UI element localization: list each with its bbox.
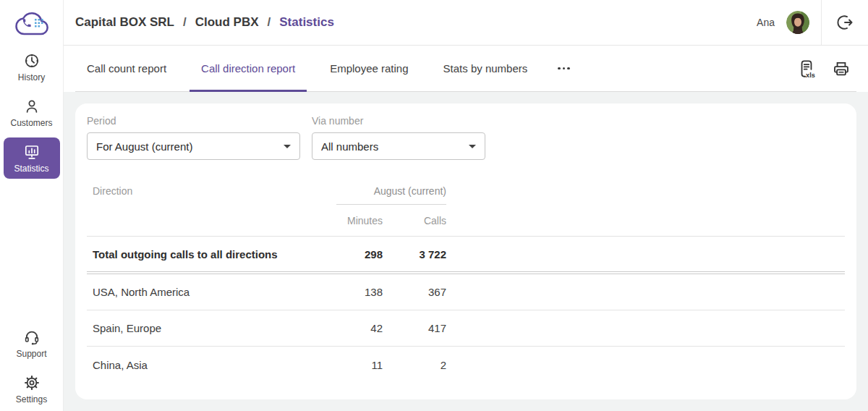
top-bar: Capital BOX SRL / Cloud PBX / Statistics… xyxy=(64,0,868,46)
sidebar-item-label: Settings xyxy=(16,394,47,404)
row-label: Total outgoing calls to all directions xyxy=(87,248,336,260)
call-direction-table: Direction August (current) Minutes Calls… xyxy=(87,177,845,383)
person-icon xyxy=(23,98,41,115)
table-row: USA, North America 138 367 xyxy=(87,274,845,310)
sidebar-item-label: History xyxy=(18,72,45,82)
svg-text:xls: xls xyxy=(806,72,815,79)
table-total-row: Total outgoing calls to all directions 2… xyxy=(87,237,845,274)
row-label: China, Asia xyxy=(87,359,336,371)
sidebar-item-support[interactable]: Support xyxy=(4,323,60,364)
tab-label: Call count report xyxy=(87,62,166,75)
sidebar-item-history[interactable]: History xyxy=(4,46,60,88)
report-card: Period For August (current) Via number A… xyxy=(75,103,856,399)
chevron-down-icon xyxy=(284,145,291,148)
logout-icon xyxy=(835,13,854,32)
gear-icon xyxy=(23,374,41,391)
sidebar-item-customers[interactable]: Customers xyxy=(4,92,60,133)
tab-bar-inner: Call count report Call direction report … xyxy=(75,46,856,92)
minutes-value: 298 xyxy=(336,248,383,260)
period-field: Period For August (current) xyxy=(87,115,300,160)
more-tabs-button[interactable] xyxy=(550,46,577,91)
breadcrumb-separator: / xyxy=(268,15,271,30)
row-label: Spain, Europe xyxy=(87,322,336,334)
chevron-down-icon xyxy=(469,145,476,148)
ellipsis-icon xyxy=(558,67,570,70)
cloud-phone-logo-icon xyxy=(13,6,51,38)
headset-icon xyxy=(23,329,41,346)
period-value: For August (current) xyxy=(96,140,278,153)
statistics-icon xyxy=(23,143,41,161)
xls-file-icon: xls xyxy=(797,59,816,79)
table-column-header-row: Minutes Calls xyxy=(87,205,845,237)
report-actions: xls xyxy=(791,46,856,91)
calls-column-header: Calls xyxy=(383,215,446,226)
calls-value: 3 722 xyxy=(383,248,446,260)
tab-bar: Call count report Call direction report … xyxy=(64,46,868,92)
minutes-value: 11 xyxy=(336,359,383,371)
via-number-value: All numbers xyxy=(321,140,463,153)
breadcrumb-item-company[interactable]: Capital BOX SRL xyxy=(75,15,174,30)
breadcrumb-item-cloud-pbx[interactable]: Cloud PBX xyxy=(195,15,259,30)
filters-row: Period For August (current) Via number A… xyxy=(87,115,845,160)
minutes-column-header: Minutes xyxy=(336,215,383,226)
avatar[interactable] xyxy=(786,11,809,34)
sidebar-item-label: Statistics xyxy=(14,164,48,174)
period-select[interactable]: For August (current) xyxy=(87,132,300,160)
content-area: Period For August (current) Via number A… xyxy=(64,92,868,411)
breadcrumb-item-statistics: Statistics xyxy=(279,15,334,30)
calls-value: 367 xyxy=(383,286,446,298)
user-name: Ana xyxy=(757,17,775,28)
sidebar-item-label: Customers xyxy=(10,118,52,128)
tab-label: Stats by numbers xyxy=(443,62,528,75)
minutes-value: 138 xyxy=(336,286,383,298)
export-xls-button[interactable]: xls xyxy=(791,52,822,85)
calls-value: 417 xyxy=(383,322,446,334)
sidebar-item-statistics[interactable]: Statistics xyxy=(4,137,60,179)
table-row: China, Asia 11 2 xyxy=(87,347,845,383)
via-number-label: Via number xyxy=(312,115,485,127)
minutes-value: 42 xyxy=(336,322,383,334)
tab-employee-rating[interactable]: Employee rating xyxy=(318,46,420,91)
print-button[interactable] xyxy=(826,52,856,85)
period-label: Period xyxy=(87,115,300,127)
table-row: Spain, Europe 42 417 xyxy=(87,310,845,347)
breadcrumb-separator: / xyxy=(183,15,187,30)
tab-stats-by-numbers[interactable]: Stats by numbers xyxy=(432,46,540,91)
logout-button[interactable] xyxy=(822,0,868,45)
period-group-header: August (current) xyxy=(336,177,446,205)
sidebar-item-settings[interactable]: Settings xyxy=(4,368,60,410)
sidebar: History Customers Statistics xyxy=(0,0,64,411)
row-label: USA, North America xyxy=(87,286,336,298)
tab-call-direction-report[interactable]: Call direction report xyxy=(190,46,307,91)
via-number-select[interactable]: All numbers xyxy=(312,132,485,160)
tab-label: Call direction report xyxy=(201,62,295,75)
main-column: Capital BOX SRL / Cloud PBX / Statistics… xyxy=(64,0,868,411)
app-logo[interactable] xyxy=(13,6,51,38)
table-group-header-row: Direction August (current) xyxy=(87,177,845,205)
via-number-field: Via number All numbers xyxy=(312,115,485,160)
tab-call-count-report[interactable]: Call count report xyxy=(75,46,178,91)
direction-column-header: Direction xyxy=(87,185,336,197)
sidebar-item-label: Support xyxy=(16,349,46,359)
history-icon xyxy=(23,52,41,69)
printer-icon xyxy=(832,59,851,78)
calls-value: 2 xyxy=(383,359,446,371)
top-bar-right: Ana xyxy=(757,0,868,45)
tab-label: Employee rating xyxy=(330,62,408,75)
breadcrumb: Capital BOX SRL / Cloud PBX / Statistics xyxy=(75,15,334,30)
